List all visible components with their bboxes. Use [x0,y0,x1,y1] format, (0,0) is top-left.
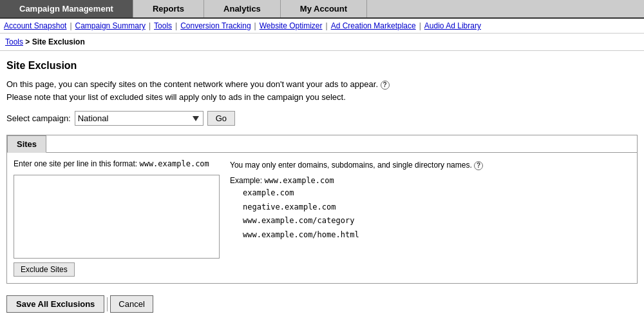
save-all-exclusions-button[interactable]: Save All Exclusions [6,295,104,313]
separator-5: | [326,21,328,30]
campaign-select-label: Select campaign: [6,113,71,123]
page-title: Site Exclusion [6,60,638,72]
bottom-buttons: Save All Exclusions Cancel [6,293,638,313]
breadcrumb-separator: > [25,37,32,46]
subnav-tools[interactable]: Tools [154,21,172,30]
sites-left-header: Enter one site per line in this format: … [14,159,220,168]
example-label: Example: www.example.com [230,176,630,185]
example-item-0: www.example.com [264,176,334,185]
sites-header-example: www.example.com [139,159,209,168]
go-button[interactable]: Go [207,111,235,126]
sites-left: Enter one site per line in this format: … [14,159,220,277]
sites-tab[interactable]: Sites [7,135,46,153]
cancel-button[interactable]: Cancel [110,295,153,313]
description-line-1: On this page, you can specify sites on t… [6,78,638,91]
campaign-select-dropdown[interactable]: National Local Regional [75,111,204,126]
subnav-conversion-tracking[interactable]: Conversion Tracking [180,21,251,30]
subnav-website-optimizer[interactable]: Website Optimizer [260,21,323,30]
help-icon-2[interactable]: ? [474,161,483,170]
sites-header-text: Enter one site per line in this format: [14,159,139,168]
description-text-1: On this page, you can specify sites on t… [6,79,378,89]
description: On this page, you can specify sites on t… [6,78,638,103]
main-content: Site Exclusion On this page, you can spe… [0,51,644,322]
example-label-text: Example: [230,176,262,185]
subnav-audio-ad-library[interactable]: Audio Ad Library [424,21,481,30]
sites-right-text: You may only enter domains, subdomains, … [230,161,472,170]
sites-right-header: You may only enter domains, subdomains, … [230,159,630,171]
subnav-campaign-summary[interactable]: Campaign Summary [75,21,146,30]
sites-panel: Sites Enter one site per line in this fo… [6,135,638,284]
breadcrumb-parent[interactable]: Tools [5,37,23,46]
breadcrumb: Tools > Site Exclusion [0,34,644,51]
separator-3: | [175,21,177,30]
sites-right: You may only enter domains, subdomains, … [226,159,630,277]
campaign-select-row: Select campaign: National Local Regional… [6,111,638,126]
example-item-2: negative.example.com [243,201,630,215]
example-item-4: www.example.com/home.html [243,228,630,242]
tab-analytics[interactable]: Analytics [204,0,281,17]
exclude-sites-button[interactable]: Exclude Sites [14,262,75,277]
sites-panel-body: Enter one site per line in this format: … [7,152,637,283]
example-item-3: www.example.com/category [243,214,630,228]
sub-navigation: Account Snapshot | Campaign Summary | To… [0,19,644,34]
top-navigation: Campaign Management Reports Analytics My… [0,0,644,19]
subnav-account-snapshot[interactable]: Account Snapshot [4,21,66,30]
sites-textarea[interactable] [14,175,220,259]
description-line-2: Please note that your list of excluded s… [6,91,638,104]
example-item-1: example.com [243,186,630,201]
subnav-ad-creation-marketplace[interactable]: Ad Creation Marketplace [331,21,416,30]
button-divider [107,297,108,311]
separator-4: | [254,21,256,30]
separator-1: | [70,21,71,30]
separator-2: | [149,21,151,30]
tab-campaign-management[interactable]: Campaign Management [0,0,133,17]
example-block: example.com negative.example.com www.exa… [243,186,630,242]
tab-reports[interactable]: Reports [133,0,204,17]
separator-6: | [419,21,421,30]
tab-my-account[interactable]: My Account [281,0,367,17]
help-icon-1[interactable]: ? [381,81,390,90]
breadcrumb-current: Site Exclusion [32,37,85,46]
